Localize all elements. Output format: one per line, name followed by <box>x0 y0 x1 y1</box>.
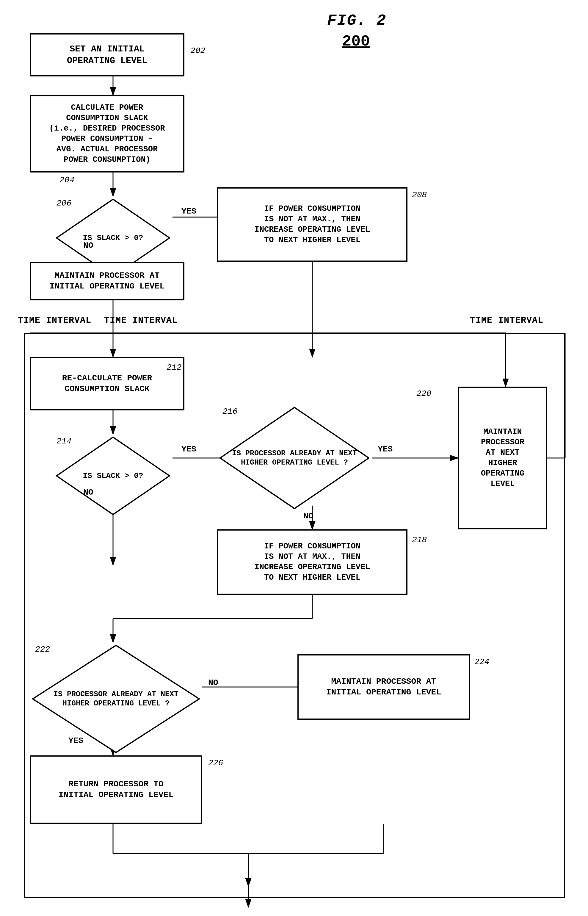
ref-214: 214 <box>57 436 71 446</box>
ref-218: 218 <box>412 535 427 544</box>
figure-title: FIG. 2 <box>327 12 386 29</box>
box-220: MAINTAIN PROCESSOR AT NEXT HIGHER OPERAT… <box>458 387 547 529</box>
ref-220: 220 <box>417 389 431 398</box>
label-yes-216: YES <box>378 444 393 454</box>
ref-208: 208 <box>412 190 427 200</box>
box-202: SET AN INITIAL OPERATING LEVEL <box>30 33 184 76</box>
ref-204: 204 <box>60 176 74 185</box>
box-204: CALCULATE POWER CONSUMPTION SLACK (i.e.,… <box>30 95 184 173</box>
ref-222: 222 <box>35 645 50 654</box>
box-212: RE-CALCULATE POWER CONSUMPTION SLACK <box>30 357 184 410</box>
label-no-216: NO <box>304 512 313 521</box>
diagram-container: FIG. 2 200 <box>0 0 588 916</box>
box-210: MAINTAIN PROCESSOR AT INITIAL OPERATING … <box>30 262 184 300</box>
ref-226: 226 <box>208 758 223 767</box>
box-218: IF POWER CONSUMPTION IS NOT AT MAX., THE… <box>217 529 407 595</box>
ref-212: 212 <box>166 363 181 372</box>
time-label-left: TIME INTERVAL <box>18 315 91 325</box>
ref-224: 224 <box>474 657 489 667</box>
figure-number: 200 <box>342 33 370 50</box>
ref-206: 206 <box>57 199 71 208</box>
label-yes-214: YES <box>181 444 196 454</box>
box-208: IF POWER CONSUMPTION IS NOT AT MAX., THE… <box>217 187 407 262</box>
label-yes-222: YES <box>68 736 83 745</box>
diamond-216: IS PROCESSOR ALREADY AT NEXT HIGHER OPER… <box>217 404 372 512</box>
diamond-214: IS SLACK > 0? <box>53 434 173 517</box>
ref-216: 216 <box>223 407 237 416</box>
label-no-222: NO <box>208 678 218 687</box>
diamond-222: IS PROCESSOR ALREADY AT NEXT HIGHER OPER… <box>30 642 202 755</box>
box-226: RETURN PROCESSOR TO INITIAL OPERATING LE… <box>30 755 202 824</box>
label-yes-206: YES <box>181 207 196 216</box>
label-no-206: NO <box>83 241 94 250</box>
box-224: MAINTAIN PROCESSOR AT INITIAL OPERATING … <box>297 654 470 720</box>
time-label-right: TIME INTERVAL <box>470 315 543 325</box>
time-label-mid: TIME INTERVAL <box>104 315 178 325</box>
ref-202: 202 <box>191 46 205 55</box>
label-no-214: NO <box>83 488 94 497</box>
